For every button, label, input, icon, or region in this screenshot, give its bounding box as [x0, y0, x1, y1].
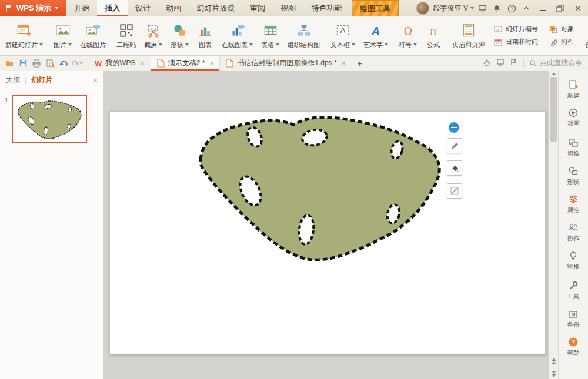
slide-number-button[interactable]: # 幻灯片编号	[493, 25, 538, 34]
previous-slide-button[interactable]	[552, 355, 556, 367]
sidebar-item-new[interactable]: 新建	[559, 76, 588, 104]
sidebar-item-properties[interactable]: 属性	[559, 190, 588, 219]
org-chart-icon	[296, 22, 312, 39]
tab-insert[interactable]: 插入	[97, 0, 128, 16]
screenshot-icon	[145, 22, 162, 39]
vertical-scrollbar[interactable]	[549, 71, 558, 379]
word-art-icon: A	[368, 22, 384, 39]
print-icon[interactable]	[31, 58, 42, 69]
doc-tab-my-wps[interactable]: W 我的WPS ×	[89, 56, 151, 71]
slide-thumbnail[interactable]	[12, 95, 87, 143]
svg-text:A: A	[340, 26, 346, 35]
header-footer-button[interactable]: 页眉和页脚	[448, 17, 489, 54]
redo-icon[interactable]	[71, 58, 83, 69]
shapes-icon	[172, 22, 188, 39]
sync-icon[interactable]	[496, 58, 505, 68]
save-icon[interactable]	[17, 58, 29, 69]
close-tab-icon[interactable]: ×	[209, 59, 213, 68]
search-icon	[529, 59, 537, 67]
sidebar-item-collaborate[interactable]: 协作	[559, 219, 588, 247]
word-art-button[interactable]: A 艺术字	[359, 17, 392, 54]
sidebar-item-smart-suggest[interactable]: 智推	[559, 247, 588, 275]
scroll-up-icon[interactable]	[552, 72, 556, 75]
close-tab-icon[interactable]: ×	[141, 59, 145, 68]
tab-view[interactable]: 视图	[273, 0, 303, 16]
tab-drawing-tools[interactable]: 绘图工具	[352, 0, 399, 16]
sidebar-item-backup[interactable]: 备份	[559, 305, 588, 333]
help-icon[interactable]: ?	[505, 2, 518, 14]
fill-color-button[interactable]	[447, 160, 462, 176]
freeform-shape-selected[interactable]	[104, 71, 549, 379]
chevron-down-icon	[68, 43, 72, 46]
online-picture-button[interactable]: 在线图片	[76, 17, 110, 54]
new-slide-button[interactable]: 新建幻灯片	[1, 17, 47, 54]
edit-points-button[interactable]	[447, 138, 462, 153]
right-sidebar: 新建 动画 切换 形状 属性 协作	[558, 71, 588, 379]
sidebar-item-shapes[interactable]: 形状	[559, 162, 588, 190]
wps-presentation-window: WPS 演示 开始 插入 设计 动画 幻灯片放映 审阅 视图 特色功能 绘图工具…	[0, 0, 588, 379]
tab-slideshow[interactable]: 幻灯片放映	[189, 0, 242, 16]
tab-list-icon[interactable]	[483, 58, 491, 68]
sidebar-item-tools[interactable]: 工具	[559, 277, 588, 305]
object-icon	[549, 25, 558, 34]
doc-tab-letter-envelope[interactable]: 书信信封绘制用图形操作1.dps * ×	[220, 56, 352, 71]
next-slide-button[interactable]	[552, 368, 556, 379]
picture-button[interactable]: 图片	[49, 17, 76, 54]
date-time-button[interactable]: 日期和时间	[493, 38, 538, 47]
scrollbar-thumb[interactable]	[550, 77, 557, 142]
qr-code-button[interactable]: 二维码	[112, 17, 140, 54]
audio-button[interactable]: 音频	[581, 17, 588, 54]
tab-outline[interactable]: 大纲	[6, 75, 20, 85]
quick-access-toolbar	[0, 56, 86, 71]
minimize-button[interactable]	[534, 1, 550, 15]
sidebar-item-transition[interactable]: 切换	[559, 134, 588, 162]
tab-special-features[interactable]: 特色功能	[303, 0, 349, 16]
collapse-tools-button[interactable]	[449, 122, 459, 133]
wps-flag-icon	[5, 4, 13, 12]
attachment-button[interactable]: 附件	[549, 38, 574, 47]
share-screen-icon[interactable]	[476, 2, 489, 14]
doc-tab-presentation2[interactable]: 演示文稿2 * ×	[151, 56, 220, 71]
tab-design[interactable]: 设计	[128, 0, 158, 16]
sidebar-item-help[interactable]: ? 帮助	[559, 333, 588, 361]
collapse-ribbon-icon[interactable]	[520, 2, 533, 14]
org-chart-button[interactable]: 组织结构图	[283, 17, 324, 54]
user-name[interactable]: 段宇俊亚 V	[433, 4, 468, 14]
find-command[interactable]: 点此查找命令	[529, 58, 582, 68]
slide-panel: 大纲 | 幻灯片 × 1	[0, 71, 104, 379]
user-avatar[interactable]	[416, 2, 429, 15]
svg-text:π: π	[429, 24, 437, 37]
sidebar-item-animation[interactable]: 动画	[559, 104, 588, 132]
app-logo[interactable]: WPS 演示	[0, 0, 66, 16]
workspace-icon[interactable]	[510, 58, 518, 68]
chevron-down-icon	[470, 7, 474, 9]
print-preview-icon[interactable]	[44, 58, 56, 69]
formula-button[interactable]: π 公式	[421, 17, 446, 54]
chevron-down-icon	[276, 43, 279, 46]
tab-home[interactable]: 开始	[66, 0, 97, 16]
new-tab-button[interactable]: +	[352, 56, 368, 71]
svg-text:#: #	[497, 26, 500, 32]
slide-number: 1	[5, 95, 8, 143]
online-chart-button[interactable]: 在线图表	[218, 17, 257, 54]
slide-canvas[interactable]	[104, 71, 549, 379]
table-button[interactable]: 表格	[257, 17, 283, 54]
outline-color-button[interactable]	[447, 183, 462, 199]
chart-button[interactable]: 图表	[193, 17, 218, 54]
symbol-button[interactable]: Ω 符号	[395, 17, 421, 54]
close-button[interactable]	[570, 1, 586, 15]
open-folder-icon[interactable]	[4, 58, 15, 69]
screenshot-button[interactable]: 截屏	[140, 17, 166, 54]
tab-slides[interactable]: 幻灯片	[31, 75, 52, 85]
tab-review[interactable]: 审阅	[242, 0, 273, 16]
object-button[interactable]: 对象	[549, 25, 574, 34]
close-panel-icon[interactable]: ×	[93, 76, 98, 85]
text-box-button[interactable]: A 文本框	[326, 17, 359, 54]
attachment-icon	[549, 38, 558, 47]
close-tab-icon[interactable]: ×	[342, 59, 346, 68]
restore-button[interactable]	[552, 1, 568, 15]
tab-animation[interactable]: 动画	[158, 0, 189, 16]
shapes-button[interactable]: 形状	[166, 17, 193, 54]
bell-icon[interactable]	[490, 2, 503, 14]
undo-icon[interactable]	[58, 58, 69, 69]
